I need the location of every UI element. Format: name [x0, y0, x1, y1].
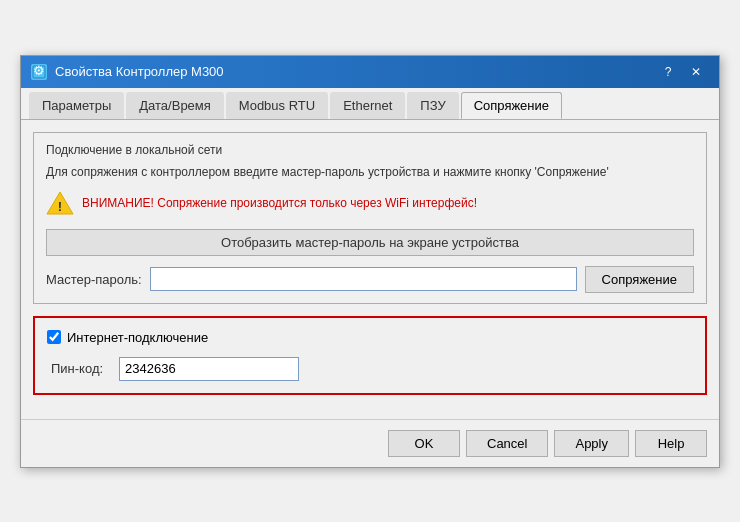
window-icon: ⚙ — [31, 64, 47, 80]
local-network-group: Подключение в локальной сети Для сопряже… — [33, 132, 707, 304]
apply-button[interactable]: Apply — [554, 430, 629, 457]
title-bar-controls: ? ✕ — [655, 62, 709, 82]
main-window: ⚙ Свойства Контроллер М300 ? ✕ Параметры… — [20, 55, 720, 468]
tab-pairing[interactable]: Сопряжение — [461, 92, 562, 119]
help-button[interactable]: ? — [655, 62, 681, 82]
footer: OK Cancel Apply Help — [21, 419, 719, 467]
pin-row: Пин-код: — [47, 357, 693, 381]
main-content: Подключение в локальной сети Для сопряже… — [21, 120, 719, 419]
internet-checkbox-row: Интернет-подключение — [47, 330, 693, 345]
tab-ethernet[interactable]: Ethernet — [330, 92, 405, 119]
display-master-password-button[interactable]: Отобразить мастер-пароль на экране устро… — [46, 229, 694, 256]
cancel-button[interactable]: Cancel — [466, 430, 548, 457]
tab-datetime[interactable]: Дата/Время — [126, 92, 224, 119]
svg-text:⚙: ⚙ — [33, 65, 45, 78]
ok-button[interactable]: OK — [388, 430, 460, 457]
warning-icon: ! — [46, 189, 74, 217]
master-password-input[interactable] — [150, 267, 577, 291]
tab-pzu[interactable]: ПЗУ — [407, 92, 458, 119]
title-bar-left: ⚙ Свойства Контроллер М300 — [31, 64, 224, 80]
group-title: Подключение в локальной сети — [46, 143, 694, 157]
pair-button[interactable]: Сопряжение — [585, 266, 694, 293]
internet-label[interactable]: Интернет-подключение — [67, 330, 208, 345]
master-password-label: Мастер-пароль: — [46, 272, 142, 287]
window-title: Свойства Контроллер М300 — [55, 64, 224, 79]
info-text: Для сопряжения с контроллером введите ма… — [46, 165, 694, 179]
internet-checkbox[interactable] — [47, 330, 61, 344]
master-password-row: Мастер-пароль: Сопряжение — [46, 266, 694, 293]
tab-modbus[interactable]: Modbus RTU — [226, 92, 328, 119]
warning-text: ВНИМАНИЕ! Сопряжение производится только… — [82, 196, 477, 210]
internet-connection-box: Интернет-подключение Пин-код: — [33, 316, 707, 395]
tab-params[interactable]: Параметры — [29, 92, 124, 119]
svg-text:!: ! — [58, 199, 62, 214]
help-footer-button[interactable]: Help — [635, 430, 707, 457]
pin-label: Пин-код: — [51, 361, 111, 376]
close-button[interactable]: ✕ — [683, 62, 709, 82]
pin-input[interactable] — [119, 357, 299, 381]
title-bar: ⚙ Свойства Контроллер М300 ? ✕ — [21, 56, 719, 88]
warning-row: ! ВНИМАНИЕ! Сопряжение производится толь… — [46, 189, 694, 217]
tab-bar: Параметры Дата/Время Modbus RTU Ethernet… — [21, 88, 719, 120]
